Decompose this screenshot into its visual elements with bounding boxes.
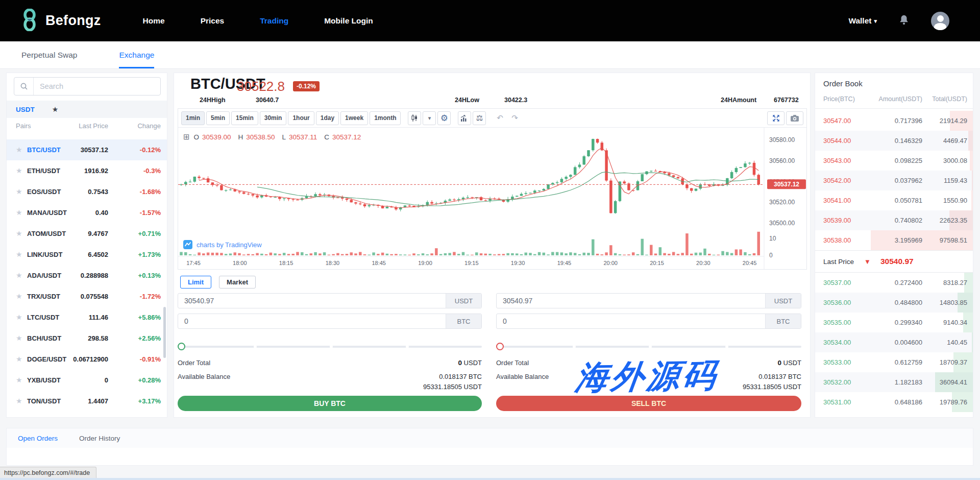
ask-row[interactable]: 30541.000.0507811550.90 bbox=[815, 190, 973, 210]
ob-amount: 0.612759 bbox=[895, 358, 922, 366]
pair-last-price: 6.4502 bbox=[88, 251, 108, 258]
favorite-star-icon[interactable]: ★ bbox=[16, 250, 22, 258]
quote-tab-bar: USDT ★ bbox=[7, 101, 167, 118]
grid-icon: ⊞ bbox=[183, 132, 190, 141]
pair-row[interactable]: ★YXB/USDT0+0.28% bbox=[7, 370, 167, 391]
favorite-star-icon[interactable]: ★ bbox=[16, 146, 22, 154]
pair-row[interactable]: ★EOS/USDT0.7543-1.68% bbox=[7, 181, 167, 202]
depth-bar bbox=[971, 190, 973, 210]
nav-item-trading[interactable]: Trading bbox=[260, 16, 288, 26]
pair-row[interactable]: ★LINK/USDT6.4502+1.73% bbox=[7, 244, 167, 265]
notifications-bell-icon[interactable] bbox=[898, 14, 910, 28]
favorite-star-icon[interactable]: ★ bbox=[16, 376, 22, 384]
watermark-text: 海外源码 bbox=[573, 353, 722, 400]
nav-item-home[interactable]: Home bbox=[143, 16, 165, 26]
bids-list: 30537.000.2724008318.2730536.000.4848001… bbox=[815, 273, 973, 412]
pair-row[interactable]: ★ETH/USDT1916.92-0.3% bbox=[7, 160, 167, 181]
ohlc-row: ⊞ O30539.00H30538.50L30537.11C30537.12 bbox=[183, 132, 365, 141]
pair-row[interactable]: ★TRX/USDT0.075548-1.72% bbox=[7, 286, 167, 307]
pair-change: +1.73% bbox=[138, 251, 161, 258]
ask-row[interactable]: 30543.000.0982253000.08 bbox=[815, 151, 973, 171]
tab-open-orders[interactable]: Open Orders bbox=[18, 435, 58, 442]
favorite-star-icon[interactable]: ★ bbox=[16, 397, 22, 405]
tab-exchange[interactable]: Exchange bbox=[119, 51, 154, 68]
bid-row[interactable]: 30535.000.2993409140.34 bbox=[815, 313, 973, 332]
pair-row[interactable]: ★ADA/USDT0.288988+0.13% bbox=[7, 265, 167, 286]
search-input[interactable]: Search bbox=[14, 77, 161, 95]
favorite-star-icon[interactable]: ★ bbox=[16, 334, 22, 342]
bid-row[interactable]: 30531.000.64818619789.76 bbox=[815, 392, 973, 412]
ob-total: 3000.08 bbox=[943, 157, 967, 164]
col-last-price: Last Price bbox=[79, 122, 108, 130]
bid-row[interactable]: 30532.001.18218336094.41 bbox=[815, 372, 973, 392]
nav-item-prices[interactable]: Prices bbox=[201, 16, 225, 26]
favorites-star-icon[interactable]: ★ bbox=[52, 105, 59, 113]
sell-amount-input[interactable] bbox=[497, 314, 765, 328]
ob-amount: 1.182183 bbox=[895, 378, 922, 386]
favorite-star-icon[interactable]: ★ bbox=[16, 292, 22, 300]
quote-tab-usdt[interactable]: USDT bbox=[16, 106, 35, 113]
ob-amount: 0.740802 bbox=[895, 217, 922, 224]
pair-row[interactable]: ★MANA/USDT0.40-1.57% bbox=[7, 202, 167, 223]
favorite-star-icon[interactable]: ★ bbox=[16, 271, 22, 279]
favorite-star-icon[interactable]: ★ bbox=[16, 187, 22, 196]
wallet-menu[interactable]: Wallet ▾ bbox=[848, 16, 877, 26]
pair-change: +0.71% bbox=[138, 230, 161, 237]
ob-price: 30536.00 bbox=[823, 299, 851, 306]
pair-row[interactable]: ★LTC/USDT111.46+5.86% bbox=[7, 307, 167, 328]
col-change: Change bbox=[137, 122, 161, 130]
pair-row[interactable]: ★BCH/USDT298.58+2.56% bbox=[7, 328, 167, 349]
ob-amount: 0.004600 bbox=[895, 339, 922, 346]
ask-row[interactable]: 30547.000.71739621914.29 bbox=[815, 111, 973, 131]
ask-row[interactable]: 30542.000.0379621159.43 bbox=[815, 171, 973, 190]
pair-change: -1.68% bbox=[140, 188, 161, 196]
buy-amount-input[interactable] bbox=[178, 314, 446, 328]
order-book-title: Order Book bbox=[823, 79, 863, 88]
ask-row[interactable]: 30538.003.19596997598.51 bbox=[815, 230, 973, 250]
favorite-star-icon[interactable]: ★ bbox=[16, 313, 22, 321]
sell-price-input[interactable] bbox=[497, 294, 765, 308]
brand-name: Befongz bbox=[45, 13, 101, 29]
tab-order-history[interactable]: Order History bbox=[79, 435, 120, 442]
pair-row[interactable]: ★DOGE/USDT0.06712900-0.91% bbox=[7, 349, 167, 370]
pair-change: -1.72% bbox=[140, 293, 161, 300]
pair-row[interactable]: ★TON/USDT1.4407+3.17% bbox=[7, 391, 167, 412]
buy-button[interactable]: BUY BTC bbox=[178, 396, 482, 411]
ob-total: 21914.29 bbox=[940, 117, 967, 125]
nav-right: Wallet ▾ bbox=[848, 12, 980, 30]
favorite-star-icon[interactable]: ★ bbox=[16, 229, 22, 237]
buy-amount-slider[interactable] bbox=[178, 343, 482, 351]
ob-total: 8318.27 bbox=[943, 279, 967, 286]
ohlc-key: C bbox=[324, 133, 329, 141]
favorite-star-icon[interactable]: ★ bbox=[16, 355, 22, 363]
sell-slider-handle[interactable] bbox=[496, 343, 504, 350]
ask-row[interactable]: 30544.000.1463294469.47 bbox=[815, 131, 973, 151]
pair-row[interactable]: ★ATOM/USDT9.4767+0.71% bbox=[7, 223, 167, 244]
last-price-label: Last Price bbox=[823, 258, 854, 266]
bid-row[interactable]: 30537.000.2724008318.27 bbox=[815, 273, 973, 293]
order-book: Order Book Price(BTC) Amount(USDT) Total… bbox=[815, 73, 973, 418]
bid-row[interactable]: 30534.000.004600140.45 bbox=[815, 332, 973, 352]
ob-col-price: Price(BTC) bbox=[823, 95, 855, 103]
ob-total: 1159.43 bbox=[944, 177, 967, 184]
buy-price-input[interactable] bbox=[178, 294, 446, 308]
sell-amount-slider[interactable] bbox=[496, 343, 801, 351]
nav-item-mobile-login[interactable]: Mobile Login bbox=[324, 16, 373, 26]
ask-row[interactable]: 30539.000.74080222623.35 bbox=[815, 210, 973, 230]
pair-row[interactable]: ★BTC/USDT30537.12-0.12% bbox=[7, 139, 167, 160]
buy-slider-handle[interactable] bbox=[178, 343, 185, 350]
bid-row[interactable]: 30536.000.48480014803.85 bbox=[815, 293, 973, 313]
user-avatar[interactable] bbox=[931, 12, 949, 30]
ob-total: 140.45 bbox=[947, 339, 967, 346]
brand[interactable]: Befongz bbox=[20, 9, 101, 33]
favorite-star-icon[interactable]: ★ bbox=[16, 208, 22, 217]
col-pairs: Pairs bbox=[16, 122, 31, 130]
buy-order-total-row: Order Total 0 USDT bbox=[178, 359, 482, 367]
bid-row[interactable]: 30533.000.61275918709.37 bbox=[815, 352, 973, 372]
sidebar-scrollbar[interactable] bbox=[163, 307, 166, 358]
favorite-star-icon[interactable]: ★ bbox=[16, 166, 22, 175]
pair-last-price: 0.075548 bbox=[81, 293, 108, 300]
pair-name: YXB/USDT bbox=[27, 376, 61, 384]
pair-change: -0.91% bbox=[140, 355, 161, 363]
tab-perpetual-swap[interactable]: Perpetual Swap bbox=[21, 51, 77, 68]
